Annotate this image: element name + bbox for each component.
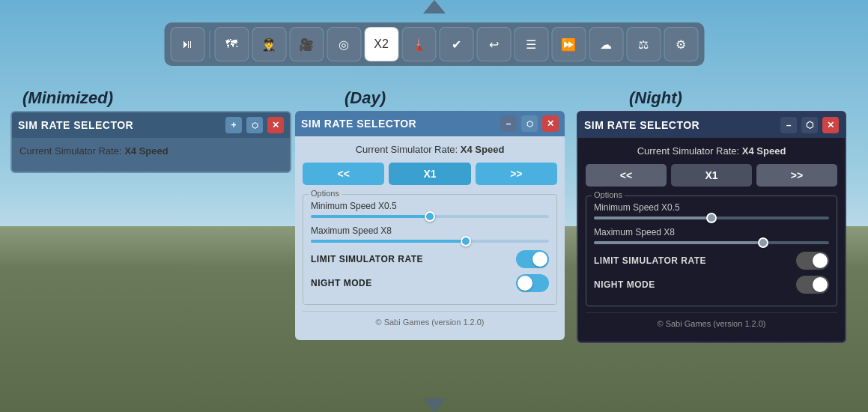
day-min-speed-row: Minimum Speed X0.5 <box>311 201 549 218</box>
day-limit-rate-toggle[interactable] <box>516 250 549 268</box>
list-button[interactable]: ☰ <box>514 27 548 61</box>
fast-forward-button[interactable]: ⏩ <box>551 27 586 61</box>
bottom-arrow <box>423 399 446 412</box>
panel-night-body: Current Simulator Rate: X4 Speed << X1 >… <box>578 138 845 342</box>
pilot-button[interactable]: 👨‍✈️ <box>252 27 286 61</box>
day-max-speed-fill <box>311 240 466 243</box>
day-minus-button[interactable]: – <box>500 115 517 132</box>
toolbar-divider <box>209 31 210 58</box>
night-min-speed-fill <box>594 216 711 219</box>
minimized-label: (Minimized) <box>22 88 113 108</box>
day-speed-forward-button[interactable]: >> <box>476 163 557 185</box>
night-night-mode-row: NIGHT MODE <box>594 276 829 294</box>
panel-day-header: SIM RATE SELECTOR – ⬡ ✕ <box>295 111 565 136</box>
panel-day-title: SIM RATE SELECTOR <box>301 118 496 130</box>
checkmark-button[interactable]: ✔ <box>439 27 473 61</box>
day-limit-rate-knob <box>532 252 547 267</box>
night-min-speed-label: Minimum Speed X0.5 <box>594 202 829 213</box>
night-limit-rate-label: LIMIT SIMULATOR RATE <box>594 255 706 266</box>
night-footer: © Sabi Games (version 1.2.0) <box>586 312 837 334</box>
night-options-label: Options <box>592 190 625 199</box>
panel-day-body: Current Simulator Rate: X4 Speed << X1 >… <box>295 136 565 340</box>
day-close-button[interactable]: ✕ <box>542 115 559 132</box>
day-min-speed-label: Minimum Speed X0.5 <box>311 201 549 211</box>
panel-night-title: SIM RATE SELECTOR <box>584 119 776 131</box>
day-speed-back-button[interactable]: << <box>303 163 384 185</box>
day-current-rate: Current Simulator Rate: X4 Speed <box>303 144 557 155</box>
panel-day: SIM RATE SELECTOR – ⬡ ✕ Current Simulato… <box>295 111 565 340</box>
night-minus-button[interactable]: – <box>780 117 797 133</box>
night-external-button[interactable]: ⬡ <box>801 117 818 133</box>
night-options-section: Options Minimum Speed X0.5 Maximum Speed… <box>586 196 837 306</box>
day-limit-rate-row: LIMIT SIMULATOR RATE <box>311 250 549 268</box>
day-night-mode-knob <box>518 276 532 291</box>
day-max-speed-label: Maximum Speed X8 <box>311 225 549 236</box>
day-max-speed-thumb[interactable] <box>461 236 471 246</box>
night-min-speed-thumb[interactable] <box>706 213 717 223</box>
night-max-speed-track[interactable] <box>594 241 829 244</box>
night-max-speed-thumb[interactable] <box>758 237 768 248</box>
night-limit-rate-toggle[interactable] <box>796 252 829 270</box>
minimized-external-button[interactable]: ⬡ <box>246 117 263 133</box>
day-options-label: Options <box>309 189 342 198</box>
night-speed-back-button[interactable]: << <box>586 164 667 187</box>
x2-button[interactable]: X2 <box>364 27 398 61</box>
day-external-button[interactable]: ⬡ <box>521 115 538 132</box>
night-max-speed-label: Maximum Speed X8 <box>594 227 829 237</box>
minimized-current-rate: Current Simulator Rate: X4 Speed <box>19 145 282 157</box>
night-options-wrapper: Options Minimum Speed X0.5 Maximum Speed… <box>586 196 837 306</box>
day-speed-controls: << X1 >> <box>303 163 557 185</box>
weight-button[interactable]: ⚖ <box>626 27 661 61</box>
top-arrow <box>423 0 446 13</box>
minimized-plus-button[interactable]: + <box>225 117 242 133</box>
night-label: (Night) <box>629 88 682 108</box>
day-night-mode-label: NIGHT MODE <box>311 278 372 288</box>
day-night-mode-row: NIGHT MODE <box>311 274 549 292</box>
day-label: (Day) <box>345 88 386 108</box>
play-pause-button[interactable]: ⏯ <box>170 27 204 61</box>
night-limit-rate-knob <box>813 253 828 268</box>
day-night-mode-toggle[interactable] <box>516 274 549 292</box>
night-min-speed-row: Minimum Speed X0.5 <box>594 202 829 219</box>
night-max-speed-row: Maximum Speed X8 <box>594 227 829 244</box>
night-max-speed-fill <box>594 241 763 244</box>
gear-button[interactable]: ⚙ <box>664 27 698 61</box>
panel-minimized-body: Current Simulator Rate: X4 Speed <box>12 138 290 172</box>
night-night-mode-label: NIGHT MODE <box>594 279 655 290</box>
map-button[interactable]: 🗺 <box>214 27 249 61</box>
toolbar: ⏯ 🗺 👨‍✈️ 🎥 ◎ X2 🗼 ✔ ↩ ☰ ⏩ ☁ ⚖ ⚙ <box>164 22 704 66</box>
night-speed-controls: << X1 >> <box>586 164 837 187</box>
cloud-button[interactable]: ☁ <box>589 27 623 61</box>
panel-night-header: SIM RATE SELECTOR – ⬡ ✕ <box>578 112 845 138</box>
day-speed-x1-button[interactable]: X1 <box>389 163 470 185</box>
day-max-speed-track[interactable] <box>311 240 549 243</box>
night-night-mode-knob <box>813 277 828 292</box>
night-speed-forward-button[interactable]: >> <box>756 164 837 187</box>
day-options-wrapper: Options Minimum Speed X0.5 Maximum Speed… <box>303 194 557 305</box>
day-min-speed-fill <box>311 215 430 218</box>
day-limit-rate-label: LIMIT SIMULATOR RATE <box>311 254 423 264</box>
night-night-mode-toggle[interactable] <box>796 276 829 294</box>
night-min-speed-track[interactable] <box>594 216 829 219</box>
night-current-rate: Current Simulator Rate: X4 Speed <box>586 145 837 157</box>
day-options-section: Options Minimum Speed X0.5 Maximum Speed… <box>303 194 557 305</box>
day-footer: © Sabi Games (version 1.2.0) <box>303 311 557 333</box>
panel-minimized-title: SIM RATE SELECTOR <box>18 119 221 131</box>
panel-minimized: SIM RATE SELECTOR + ⬡ ✕ Current Simulato… <box>10 111 291 173</box>
camera-button[interactable]: 🎥 <box>289 27 324 61</box>
day-min-speed-thumb[interactable] <box>425 211 435 222</box>
maneuver-button[interactable]: ↩ <box>476 27 511 61</box>
panel-night: SIM RATE SELECTOR – ⬡ ✕ Current Simulato… <box>577 111 846 343</box>
night-limit-rate-row: LIMIT SIMULATOR RATE <box>594 252 829 270</box>
night-speed-x1-button[interactable]: X1 <box>671 164 752 187</box>
day-min-speed-track[interactable] <box>311 215 549 218</box>
night-close-button[interactable]: ✕ <box>822 117 839 133</box>
panel-minimized-header: SIM RATE SELECTOR + ⬡ ✕ <box>12 112 290 138</box>
day-max-speed-row: Maximum Speed X8 <box>311 225 549 243</box>
compass-button[interactable]: ◎ <box>327 27 361 61</box>
tower-button[interactable]: 🗼 <box>401 27 436 61</box>
minimized-close-button[interactable]: ✕ <box>267 117 284 133</box>
